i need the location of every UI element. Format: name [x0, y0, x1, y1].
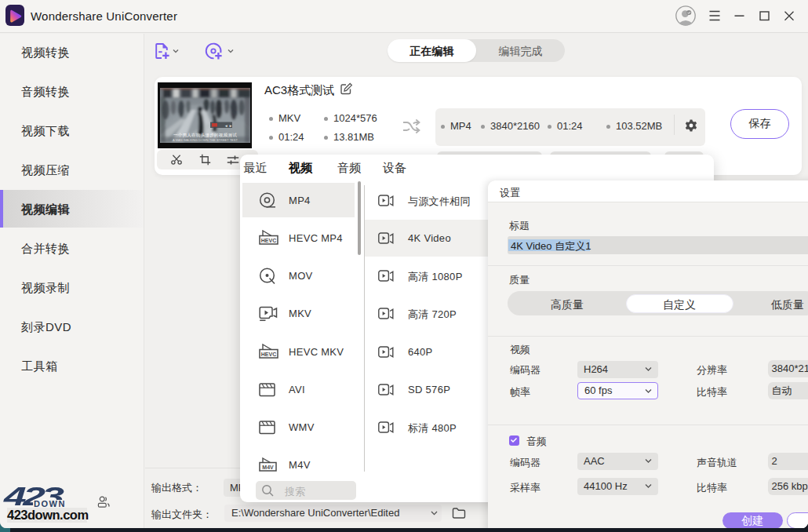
svg-text:一个男人在街头漫步的视频测试: 一个男人在街头漫步的视频测试 [173, 133, 237, 138]
svg-text:◄ ►: ◄ ► [224, 124, 232, 128]
svg-text:HEVC: HEVC [261, 351, 276, 356]
svg-text:HEVC: HEVC [261, 237, 276, 242]
svg-text:A MAN WALKING DOWN THE STREET: A MAN WALKING DOWN THE STREET TEST [173, 138, 238, 142]
svg-text:M4V: M4V [262, 465, 274, 470]
